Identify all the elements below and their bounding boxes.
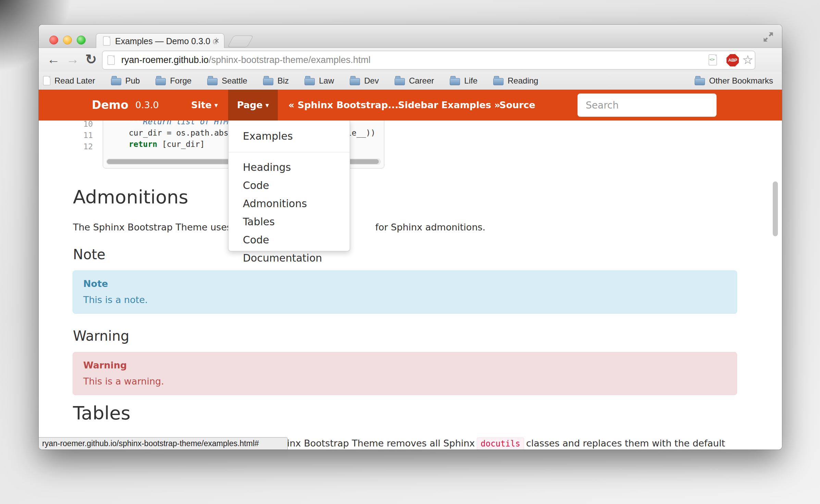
navbar-page-menu[interactable]: Page▾ [228, 90, 278, 121]
browser-toolbar: ← → ↻ ryan-roemer.github.io/sphinx-boots… [39, 48, 782, 72]
code-line-number: 12 [76, 141, 93, 152]
dropdown-item-admonitions[interactable]: Admonitions [228, 194, 350, 213]
note-admonition-box: Note This is a note. [73, 270, 737, 314]
tab-close-icon[interactable]: × [214, 36, 219, 46]
bookmark-folder-biz[interactable]: Biz [263, 76, 289, 86]
zoom-window-button[interactable] [77, 36, 86, 45]
dropdown-item-headings[interactable]: Headings [228, 158, 350, 176]
bookmark-folder-life[interactable]: Life [450, 76, 477, 86]
folder-icon [695, 78, 705, 85]
warning-heading: Warning [73, 328, 129, 344]
note-box-body: This is a note. [83, 294, 148, 305]
back-button[interactable]: ← [47, 48, 60, 72]
navbar-version: 0.3.0 [135, 90, 159, 121]
bookmark-folder-reading[interactable]: Reading [493, 76, 538, 86]
other-bookmarks-folder[interactable]: Other Bookmarks [695, 76, 773, 86]
bookmark-page-icon [43, 76, 50, 85]
tables-heading: Tables [73, 402, 131, 424]
bookmark-star-icon[interactable]: ☆ [742, 54, 753, 66]
new-tab-button[interactable] [227, 36, 253, 47]
bookmarks-bar: Read Later Pub Forge Seattle Biz Law Dev [39, 72, 782, 90]
adblock-plus-icon[interactable]: ABP [726, 54, 739, 66]
site-navbar: Demo 0.3.0 Site▾ Page▾ « Sphinx Bootstra… [39, 90, 782, 121]
folder-icon [395, 78, 405, 85]
bookmark-folder-law[interactable]: Law [305, 76, 334, 86]
chevron-down-icon: ▾ [214, 101, 218, 109]
dropdown-item-tables[interactable]: Tables [228, 213, 350, 231]
navbar-site-menu[interactable]: Site▾ [191, 90, 218, 121]
chevron-down-icon: ▾ [265, 101, 269, 109]
tab-title: Examples — Demo 0.3.0 d [115, 36, 218, 46]
warning-box-title: Warning [83, 360, 726, 370]
fullscreen-icon[interactable] [762, 31, 774, 43]
tab-favicon [103, 36, 110, 46]
page-security-icon [108, 55, 115, 65]
bookmark-folder-dev[interactable]: Dev [350, 76, 379, 86]
minimize-window-button[interactable] [63, 36, 72, 45]
folder-icon [111, 78, 121, 85]
browser-tab[interactable]: Examples — Demo 0.3.0 d × [96, 33, 224, 48]
folder-icon [207, 78, 218, 85]
forward-button[interactable]: → [66, 48, 79, 72]
url-text: ryan-roemer.github.io/sphinx-bootstrap-t… [121, 55, 371, 65]
view-source-extension-icon[interactable]: <> [709, 54, 717, 65]
browser-window: Examples — Demo 0.3.0 d × ← → ↻ ryan-roe… [39, 25, 782, 450]
title-bar: Examples — Demo 0.3.0 d × [39, 25, 782, 48]
note-box-title: Note [83, 278, 726, 289]
status-url-tooltip: ryan-roemer.github.io/sphinx-bootstrap-t… [39, 437, 288, 450]
code-line-number: 11 [76, 130, 93, 141]
folder-icon [263, 78, 273, 85]
docutils-code-span: docutils [477, 438, 524, 450]
code-line-12: return [cur_dir] [129, 139, 205, 150]
page-scrollbar-thumb[interactable] [773, 181, 778, 236]
tables-paragraph: inx Bootstrap Theme removes all Sphinxdo… [287, 438, 725, 449]
dropdown-divider [228, 152, 350, 152]
dropdown-item-code-documentation[interactable]: Code Documentation [228, 231, 350, 249]
folder-icon [493, 78, 504, 85]
folder-icon [350, 78, 360, 85]
dropdown-item-code[interactable]: Code [228, 176, 350, 194]
navbar-next-link[interactable]: Sidebar Examples » [398, 90, 500, 121]
bookmark-folder-career[interactable]: Career [395, 76, 434, 86]
admonitions-heading: Admonitions [73, 186, 188, 208]
navbar-prev-link[interactable]: « Sphinx Bootstrap... [288, 90, 398, 121]
bookmark-folder-seattle[interactable]: Seattle [207, 76, 247, 86]
navbar-brand[interactable]: Demo [92, 90, 128, 121]
folder-icon [305, 78, 315, 85]
warning-admonition-box: Warning This is a warning. [73, 352, 737, 395]
bookmark-folder-forge[interactable]: Forge [156, 76, 191, 86]
folder-icon [156, 78, 166, 85]
warning-box-body: This is a warning. [83, 376, 164, 387]
folder-icon [450, 78, 460, 85]
search-input[interactable] [577, 93, 717, 117]
page-dropdown-menu: Examples Headings Code Admonitions Table… [228, 121, 350, 251]
address-bar[interactable]: ryan-roemer.github.io/sphinx-bootstrap-t… [102, 51, 755, 70]
close-window-button[interactable] [49, 36, 58, 45]
navbar-source-link[interactable]: Source [499, 90, 535, 121]
page-content: 10 11 12 """Return list of HTML theme pa… [39, 121, 782, 450]
bookmark-folder-pub[interactable]: Pub [111, 76, 140, 86]
dropdown-item-examples[interactable]: Examples [228, 121, 350, 152]
code-line-number: 10 [76, 121, 93, 130]
bookmark-read-later[interactable]: Read Later [43, 76, 95, 86]
note-heading: Note [73, 247, 105, 262]
reload-button[interactable]: ↻ [85, 48, 97, 72]
